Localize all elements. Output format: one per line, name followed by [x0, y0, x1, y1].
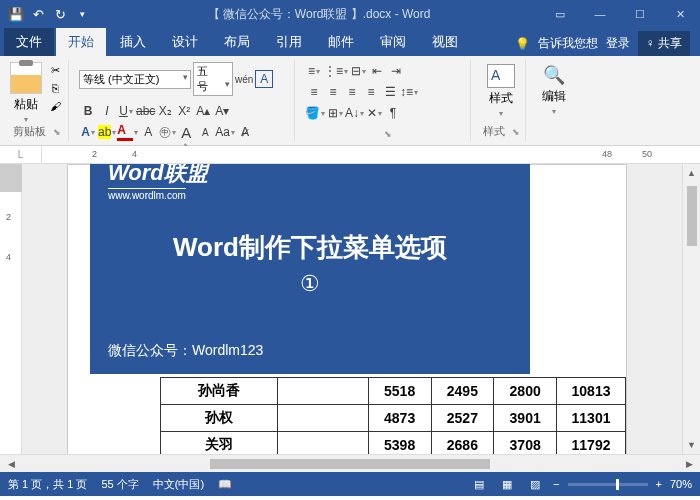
superscript-button[interactable]: X²	[175, 102, 193, 120]
scroll-left-icon[interactable]: ◀	[4, 457, 18, 471]
font-size-select[interactable]: 五号	[193, 62, 233, 96]
big-a[interactable]: A	[177, 123, 195, 141]
increase-indent[interactable]: ⇥	[387, 62, 405, 80]
bullets-button[interactable]: ≡	[305, 62, 323, 80]
language[interactable]: 中文(中国)	[153, 477, 204, 492]
book-icon[interactable]: 📖	[218, 478, 232, 491]
tab-layout[interactable]: 布局	[212, 28, 262, 56]
tab-home[interactable]: 开始	[56, 28, 106, 56]
tab-selector[interactable]: L	[0, 146, 42, 163]
overlay-title: Word制作下拉菜单选项	[108, 230, 512, 265]
numbering-button[interactable]: ⋮≡	[324, 62, 348, 80]
align-left[interactable]: ≡	[305, 83, 323, 101]
align-justify[interactable]: ≡	[362, 83, 380, 101]
shrink-font[interactable]: A▾	[213, 102, 231, 120]
asian-layout[interactable]: ✕	[365, 104, 383, 122]
tab-insert[interactable]: 插入	[108, 28, 158, 56]
tab-file[interactable]: 文件	[4, 28, 54, 56]
scroll-right-icon[interactable]: ▶	[682, 457, 696, 471]
close-icon[interactable]: ✕	[660, 0, 700, 28]
zoom-level[interactable]: 70%	[670, 478, 692, 490]
redo-icon[interactable]: ↻	[52, 6, 68, 22]
font-color-button[interactable]: A	[117, 123, 138, 141]
page-count[interactable]: 第 1 页，共 1 页	[8, 477, 87, 492]
multilevel-button[interactable]: ⊟	[349, 62, 367, 80]
zoom-slider[interactable]	[568, 483, 648, 486]
grow-font[interactable]: A▴	[194, 102, 212, 120]
clipboard-label: 剪贴板	[13, 124, 46, 139]
undo-icon[interactable]: ↶	[30, 6, 46, 22]
find-icon: 🔍	[543, 64, 565, 86]
maximize-icon[interactable]: ☐	[620, 0, 660, 28]
data-table[interactable]: 孙尚香55182495280010813 孙权48732527390111301…	[160, 377, 626, 454]
qat-more-icon[interactable]: ▾	[74, 6, 90, 22]
vertical-ruler[interactable]: 2 4	[0, 164, 22, 454]
borders-button[interactable]: ⊞	[326, 104, 344, 122]
scroll-down-icon[interactable]: ▼	[685, 438, 699, 452]
small-a[interactable]: A	[196, 123, 214, 141]
highlight-button[interactable]: ab	[98, 123, 116, 141]
horizontal-ruler[interactable]: 2 4 48 50	[42, 146, 700, 163]
tab-mailings[interactable]: 邮件	[316, 28, 366, 56]
vertical-scrollbar[interactable]: ▲ ▼	[682, 164, 700, 454]
window-title: 【 微信公众号：Word联盟 】.docx - Word	[98, 6, 540, 23]
print-layout-icon[interactable]: ▦	[497, 476, 517, 492]
sort-button[interactable]: A↓	[345, 104, 364, 122]
enclose-char[interactable]: ㊥	[158, 123, 176, 141]
strike-button[interactable]: abc	[136, 102, 155, 120]
scroll-thumb[interactable]	[687, 186, 697, 246]
lightbulb-icon: 💡	[515, 37, 530, 51]
hscroll-thumb[interactable]	[210, 459, 490, 469]
font-name-select[interactable]: 等线 (中文正文)	[79, 70, 191, 89]
watermark-overlay: Word联盟 www.wordlm.com Word制作下拉菜单选项 ① 微信公…	[90, 164, 530, 374]
overlay-number: ①	[108, 271, 512, 297]
ribbon-opts-icon[interactable]: ▭	[540, 0, 580, 28]
read-mode-icon[interactable]: ▤	[469, 476, 489, 492]
char-border[interactable]: A	[255, 70, 273, 88]
clipboard-launcher-icon[interactable]: ⬊	[53, 127, 61, 137]
word-count[interactable]: 55 个字	[101, 477, 138, 492]
shading-button[interactable]: 🪣	[305, 104, 325, 122]
minimize-icon[interactable]: —	[580, 0, 620, 28]
styles-launcher-icon[interactable]: ⬊	[512, 127, 520, 137]
share-button[interactable]: ♀ 共享	[638, 31, 690, 56]
decrease-indent[interactable]: ⇤	[368, 62, 386, 80]
horizontal-scrollbar[interactable]: ◀ ▶	[0, 454, 700, 472]
tab-review[interactable]: 审阅	[368, 28, 418, 56]
styles-button[interactable]: 样式 ▾	[481, 62, 521, 120]
format-painter-icon[interactable]: 🖌	[46, 98, 64, 114]
text-effects[interactable]: A	[79, 123, 97, 141]
web-layout-icon[interactable]: ▨	[525, 476, 545, 492]
login-link[interactable]: 登录	[606, 35, 630, 52]
document-canvas[interactable]: 孙尚香55182495280010813 孙权48732527390111301…	[22, 164, 682, 454]
change-case[interactable]: Aa	[215, 123, 235, 141]
editing-button[interactable]: 🔍 编辑 ▾	[536, 62, 572, 118]
align-center[interactable]: ≡	[324, 83, 342, 101]
char-shading[interactable]: A	[139, 123, 157, 141]
copy-icon[interactable]: ⎘	[46, 80, 64, 96]
tell-me[interactable]: 告诉我您想	[538, 35, 598, 52]
scroll-up-icon[interactable]: ▲	[685, 166, 699, 180]
overlay-footer: 微信公众号：Wordlm123	[108, 342, 263, 360]
show-marks[interactable]: ¶	[384, 104, 402, 122]
underline-button[interactable]: U	[117, 102, 135, 120]
zoom-in-icon[interactable]: +	[656, 478, 662, 490]
distribute[interactable]: ☰	[381, 83, 399, 101]
tab-references[interactable]: 引用	[264, 28, 314, 56]
italic-button[interactable]: I	[98, 102, 116, 120]
paste-button[interactable]: 粘贴 ▾	[10, 62, 42, 124]
bold-button[interactable]: B	[79, 102, 97, 120]
tab-design[interactable]: 设计	[160, 28, 210, 56]
tab-view[interactable]: 视图	[420, 28, 470, 56]
zoom-out-icon[interactable]: −	[553, 478, 559, 490]
clear-format-icon[interactable]: A̷	[236, 123, 254, 141]
phonetic-guide[interactable]: wén	[235, 70, 253, 88]
subscript-button[interactable]: X₂	[156, 102, 174, 120]
line-spacing[interactable]: ↕≡	[400, 83, 418, 101]
save-icon[interactable]: 💾	[8, 6, 24, 22]
table-row: 孙尚香55182495280010813	[161, 378, 626, 405]
table-row: 孙权48732527390111301	[161, 405, 626, 432]
align-right[interactable]: ≡	[343, 83, 361, 101]
para-launcher-icon[interactable]: ⬊	[384, 129, 392, 139]
cut-icon[interactable]: ✂	[46, 62, 64, 78]
